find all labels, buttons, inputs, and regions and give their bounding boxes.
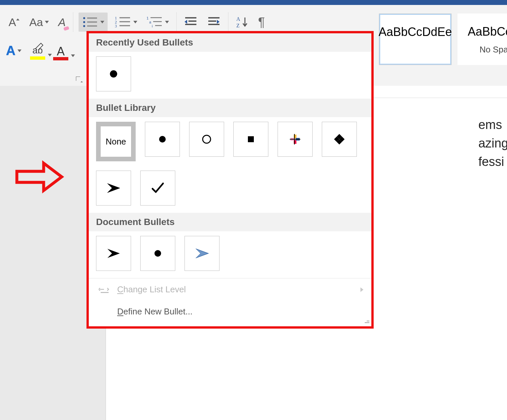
svg-point-27 — [110, 70, 117, 78]
style-sample: AaBbCcDdEe — [379, 25, 452, 39]
decrease-indent-button[interactable] — [182, 14, 200, 30]
chevron-right-icon — [360, 287, 363, 292]
style-normal[interactable]: AaBbCcDdEe — [379, 14, 452, 65]
highlight-swatch — [30, 56, 45, 60]
font-color-swatch — [53, 57, 68, 60]
svg-text:3: 3 — [115, 24, 117, 28]
highlight-color-button[interactable]: ab — [29, 45, 47, 56]
svg-rect-0 — [63, 26, 69, 31]
svg-rect-12 — [119, 25, 130, 26]
style-no-spacing[interactable]: AaBbCcD No Spa — [457, 14, 507, 65]
separator — [176, 12, 177, 32]
four-diamond-icon — [333, 133, 346, 146]
menu-label: Change List Level — [117, 284, 186, 295]
clear-formatting-button[interactable]: A — [56, 14, 68, 31]
caret-down-icon — [17, 49, 21, 52]
change-level-icon — [99, 285, 110, 294]
show-hide-marks-button[interactable]: ¶ — [256, 13, 267, 31]
svg-rect-30 — [248, 136, 254, 142]
svg-text:i: i — [152, 24, 152, 28]
svg-rect-23 — [208, 20, 216, 22]
numbering-split-button[interactable]: 1 2 3 — [113, 14, 139, 30]
bullet-filled-square[interactable] — [233, 122, 268, 157]
bullet-none-label: None — [106, 137, 126, 147]
change-case-label: Aa — [29, 16, 43, 29]
color-cross-icon — [289, 133, 301, 145]
bullets-split-button[interactable] — [79, 13, 108, 32]
bullet-none[interactable]: None — [96, 122, 136, 161]
bullet-doc-arrowhead-black[interactable] — [96, 236, 131, 271]
svg-rect-14 — [151, 17, 162, 18]
resize-grip-icon[interactable] — [363, 318, 369, 324]
section-body-recent — [89, 52, 371, 99]
filled-circle-icon — [153, 249, 162, 258]
svg-text:1: 1 — [147, 16, 149, 20]
numbering-icon: 1 2 3 — [115, 16, 131, 28]
document-text-fragment: ems azing fessi — [478, 115, 507, 171]
svg-rect-21 — [185, 24, 196, 25]
bullet-hollow-circle[interactable] — [189, 122, 224, 157]
text-effects-label: A — [6, 43, 16, 58]
arrowhead-icon — [105, 247, 122, 260]
doc-line: azing — [478, 134, 507, 152]
font-color-button[interactable]: A — [52, 45, 70, 57]
svg-text:a: a — [149, 20, 152, 24]
bullet-arrowhead[interactable] — [96, 171, 131, 206]
svg-point-3 — [83, 21, 85, 23]
style-sample: AaBbCcD — [468, 25, 507, 39]
change-case-button[interactable]: Aa — [27, 14, 51, 31]
increase-indent-icon — [207, 16, 221, 28]
svg-rect-6 — [87, 25, 97, 27]
font-color-label: A — [57, 45, 65, 58]
svg-text:Z: Z — [236, 23, 240, 28]
section-header-recent: Recently Used Bullets — [89, 33, 371, 52]
svg-rect-22 — [208, 17, 220, 18]
svg-rect-18 — [155, 25, 162, 26]
bullet-doc-filled-circle[interactable] — [140, 236, 175, 271]
svg-rect-10 — [119, 21, 130, 22]
svg-text:A: A — [236, 16, 240, 22]
sort-icon: A Z — [236, 16, 249, 29]
section-header-library: Bullet Library — [89, 99, 371, 117]
caret-down-icon — [100, 21, 104, 23]
svg-rect-19 — [185, 17, 196, 18]
text-effects-button[interactable]: A — [4, 41, 23, 60]
grow-font-button[interactable]: A — [7, 14, 22, 31]
svg-rect-36 — [290, 139, 300, 140]
caret-down-icon — [133, 21, 137, 23]
section-body-document — [89, 231, 371, 278]
bullet-four-diamonds[interactable] — [322, 122, 357, 157]
bullet-doc-arrowhead-blue[interactable] — [185, 236, 220, 271]
caret-down-icon — [165, 21, 169, 23]
sort-button[interactable]: A Z — [234, 14, 251, 31]
bullet-checkmark[interactable] — [140, 171, 175, 206]
svg-point-1 — [83, 17, 85, 19]
grow-font-label: A — [9, 16, 16, 29]
menu-define-new-bullet[interactable]: Define New Bullet... — [89, 301, 371, 323]
caret-down-icon — [45, 21, 49, 23]
bullet-recent-filled-circle[interactable] — [96, 56, 131, 91]
menu-label: Define New Bullet... — [117, 307, 192, 317]
separator — [73, 12, 73, 32]
svg-point-5 — [83, 25, 85, 27]
svg-point-37 — [154, 250, 161, 257]
svg-point-29 — [203, 135, 211, 143]
checkmark-icon — [151, 181, 165, 195]
menu-change-list-level: Change List Level — [89, 278, 371, 301]
bullets-gallery-dropdown: Recently Used Bullets Bullet Library Non… — [86, 31, 374, 329]
arrowhead-icon — [105, 181, 122, 195]
title-bar — [0, 0, 507, 5]
svg-point-28 — [159, 136, 166, 143]
bullet-filled-circle[interactable] — [145, 122, 180, 157]
svg-rect-20 — [188, 20, 196, 22]
dialog-launcher-button[interactable] — [75, 76, 83, 84]
section-header-document: Document Bullets — [89, 213, 371, 231]
svg-rect-24 — [208, 24, 220, 25]
increase-indent-button[interactable] — [205, 14, 223, 30]
dropdown-footer: Change List Level Define New Bullet... — [89, 278, 371, 323]
filled-circle-icon — [109, 69, 118, 79]
bullet-four-color-cross[interactable] — [278, 122, 313, 157]
multilevel-list-button[interactable]: 1 a i — [145, 14, 171, 30]
eraser-icon — [63, 25, 70, 31]
svg-rect-4 — [87, 21, 97, 23]
